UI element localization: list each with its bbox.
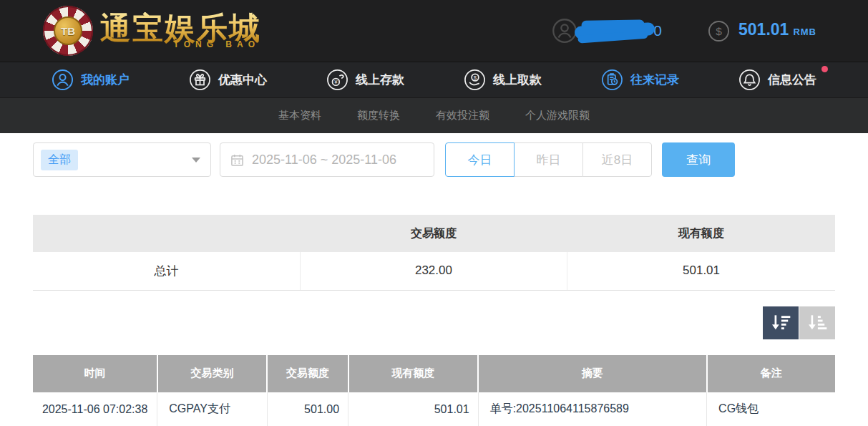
date-range-value: 2025-11-06 ~ 2025-11-06 bbox=[252, 153, 396, 168]
dollar-circle-icon: $ bbox=[708, 20, 730, 42]
logo-subtitle: TONG BAO bbox=[100, 39, 261, 49]
logo-text: 通宝娱乐城 TONG BAO bbox=[100, 12, 261, 49]
quick-btn-today[interactable]: 今日 bbox=[445, 142, 515, 177]
records-col-balance: 现有额度 bbox=[348, 355, 479, 392]
chevron-down-icon bbox=[192, 158, 200, 163]
nav-item-my-account[interactable]: 我的账户 bbox=[52, 69, 130, 91]
sort-controls bbox=[33, 306, 835, 339]
balance-amount: 501.01 bbox=[738, 20, 789, 39]
cell-amount: 501.00 bbox=[267, 392, 348, 426]
records-col-time: 时间 bbox=[33, 355, 157, 392]
nav-label: 我的账户 bbox=[81, 72, 130, 88]
sort-ascending-button[interactable] bbox=[799, 306, 835, 339]
cell-type: CGPAY支付 bbox=[157, 392, 268, 426]
logo-chip-center: TB bbox=[54, 16, 82, 45]
sort-descending-button[interactable] bbox=[763, 306, 799, 339]
summary-total-transaction: 232.00 bbox=[300, 252, 567, 290]
logo-chip-text: TB bbox=[61, 25, 75, 37]
account-balance[interactable]: $ 501.01 RMB bbox=[708, 20, 816, 42]
records-col-note: 备注 bbox=[707, 355, 835, 392]
nav-item-withdraw[interactable]: $ 线上取款 bbox=[464, 69, 542, 91]
logo-chip-icon: TB bbox=[43, 6, 93, 56]
account-username[interactable]: 0 bbox=[552, 18, 662, 44]
gift-icon bbox=[189, 69, 211, 91]
user-circle-icon bbox=[552, 18, 577, 44]
summary-header-row: 交易额度 现有额度 bbox=[33, 215, 835, 252]
filter-row: 全部 2025-11-06 ~ 2025-11-06 今日 昨日 近8日 查询 bbox=[33, 142, 835, 178]
cell-balance: 501.01 bbox=[348, 392, 479, 426]
calendar-icon bbox=[230, 153, 244, 167]
site-logo[interactable]: TB 通宝娱乐城 TONG BAO bbox=[43, 6, 261, 56]
nav-label: 线上存款 bbox=[356, 72, 404, 88]
sort-ascending-icon bbox=[806, 313, 829, 333]
summary-col-empty bbox=[33, 215, 300, 252]
nav-item-promotions[interactable]: 优惠中心 bbox=[189, 69, 267, 91]
quick-btn-last8days[interactable]: 近8日 bbox=[582, 142, 652, 177]
nav-label: 信息公告 bbox=[768, 72, 816, 88]
quick-date-group: 今日 昨日 近8日 bbox=[445, 142, 652, 177]
svg-text:$: $ bbox=[474, 74, 477, 81]
table-row: 2025-11-06 07:02:38 CGPAY支付 501.00 501.0… bbox=[33, 392, 835, 426]
svg-text:¥: ¥ bbox=[334, 79, 338, 85]
account-area: 0 $ 501.01 RMB bbox=[552, 18, 816, 44]
cell-time: 2025-11-06 07:02:38 bbox=[33, 392, 157, 426]
summary-total-row: 总计 232.00 501.01 bbox=[33, 252, 835, 290]
type-dropdown[interactable]: 全部 bbox=[33, 142, 211, 177]
main-nav: 我的账户 优惠中心 ¥ 线上存款 $ 线上取款 bbox=[0, 62, 868, 97]
withdraw-icon: $ bbox=[464, 69, 486, 91]
records-col-amount: 交易额度 bbox=[267, 355, 348, 392]
records-col-summary: 摘要 bbox=[478, 355, 706, 392]
cell-summary: 单号:202511064115876589 bbox=[478, 392, 706, 426]
date-range-input[interactable]: 2025-11-06 ~ 2025-11-06 bbox=[220, 142, 434, 177]
content-area: 全部 2025-11-06 ~ 2025-11-06 今日 昨日 近8日 查询 … bbox=[0, 133, 868, 426]
deposit-icon: ¥ bbox=[326, 69, 348, 91]
notification-dot bbox=[821, 66, 828, 72]
summary-col-current: 现有额度 bbox=[567, 215, 835, 252]
quick-btn-yesterday[interactable]: 昨日 bbox=[514, 142, 583, 177]
subnav-item-game-limits[interactable]: 个人游戏限额 bbox=[525, 109, 590, 122]
summary-total-label: 总计 bbox=[33, 252, 300, 290]
records-table: 时间 交易类别 交易额度 现有额度 摘要 备注 2025-11-06 07:02… bbox=[33, 355, 835, 426]
summary-col-transaction: 交易额度 bbox=[300, 215, 567, 252]
summary-table: 交易额度 现有额度 总计 232.00 501.01 bbox=[33, 215, 835, 291]
search-button[interactable]: 查询 bbox=[662, 142, 735, 177]
nav-label: 优惠中心 bbox=[218, 72, 267, 88]
type-selected-tag: 全部 bbox=[41, 150, 78, 170]
cell-note: CG钱包 bbox=[707, 392, 835, 426]
subnav-item-quota-transfer[interactable]: 额度转换 bbox=[357, 109, 400, 122]
nav-label: 线上取款 bbox=[493, 72, 542, 88]
subnav-item-valid-bets[interactable]: 有效投注额 bbox=[436, 109, 489, 122]
sub-nav: 基本资料 额度转换 有效投注额 个人游戏限额 bbox=[0, 97, 868, 133]
nav-item-records[interactable]: 往来记录 bbox=[601, 69, 679, 91]
svg-text:$: $ bbox=[716, 24, 722, 37]
records-col-type: 交易类别 bbox=[157, 355, 268, 392]
bell-icon bbox=[738, 69, 761, 91]
records-icon bbox=[601, 69, 623, 91]
subnav-item-basic-info[interactable]: 基本资料 bbox=[278, 109, 321, 122]
balance-currency: RMB bbox=[793, 26, 816, 37]
summary-total-current: 501.01 bbox=[567, 252, 835, 290]
user-icon bbox=[52, 69, 74, 91]
redaction-scribble bbox=[575, 22, 655, 39]
nav-item-deposit[interactable]: ¥ 线上存款 bbox=[326, 69, 404, 91]
top-header: TB 通宝娱乐城 TONG BAO 0 $ 501.01 RMB bbox=[0, 0, 868, 62]
sort-descending-icon bbox=[769, 313, 792, 333]
nav-label: 往来记录 bbox=[630, 72, 679, 88]
username-visible-suffix: 0 bbox=[653, 22, 662, 39]
records-header-row: 时间 交易类别 交易额度 现有额度 摘要 备注 bbox=[33, 355, 835, 392]
nav-item-announcements[interactable]: 信息公告 bbox=[738, 69, 816, 91]
